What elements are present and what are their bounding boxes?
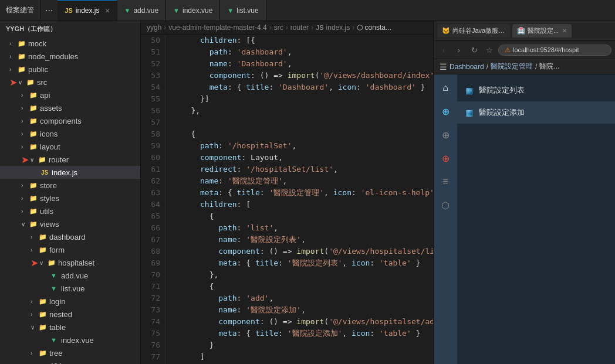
item-label: nested (49, 310, 72, 319)
tree-item-table-index-vue[interactable]: ▼ index.vue (0, 334, 140, 346)
tree-item-index-js[interactable]: JS index.js (0, 166, 140, 179)
url-text: localhost:9528/#/hospit (513, 46, 579, 53)
item-label: store (40, 181, 57, 190)
tree-item-styles[interactable]: › 📁 styles (0, 192, 140, 205)
forward-button[interactable]: › (452, 43, 465, 56)
item-label: mock (28, 39, 46, 48)
folder-icon: 📁 (29, 220, 40, 228)
vue-icon: ▼ (124, 7, 131, 14)
tree-item-api[interactable]: › 📁 api (0, 89, 140, 101)
item-label: styles (40, 194, 59, 203)
tree-item-add-vue[interactable]: ▼ add.vue (0, 269, 140, 282)
tree-item-login[interactable]: › 📁 login (0, 295, 140, 308)
arrow-icon: › (31, 298, 39, 305)
chart-sidebar-icon[interactable]: ⊕ (437, 149, 454, 167)
home-sidebar-icon[interactable]: ⌂ (437, 79, 454, 97)
url-bar[interactable]: ⚠ localhost:9528/#/hospit (498, 45, 611, 56)
arrow-icon: ∨ (31, 324, 39, 331)
menu-label: 醫院設定添加 (479, 107, 525, 118)
tree-item-form[interactable]: › 📁 form (0, 243, 140, 256)
tab-title: 尚硅谷Java微服務+分布式+全棧項目 (452, 26, 505, 35)
folder-icon: 📁 (39, 311, 49, 318)
code-editor[interactable]: children: [{ path: 'dashboard', name: 'D… (165, 35, 433, 364)
arrow-icon: › (31, 311, 39, 318)
item-label: utils (40, 207, 53, 216)
browser-tab-shanguigu[interactable]: 🐱 尚硅谷Java微服務+分布式+全棧項目 (437, 24, 510, 38)
tree-item-node-modules[interactable]: › 📁 node_modules (0, 50, 140, 63)
reload-button[interactable]: ↻ (468, 43, 481, 56)
tree-item-icons[interactable]: › 📁 icons (0, 127, 140, 140)
arrow-icon: › (9, 53, 18, 60)
item-label: node_modules (28, 52, 78, 61)
menu-label: 醫院設定列表 (479, 85, 525, 96)
bookmark-button[interactable]: ☆ (483, 43, 496, 56)
folder-icon: 📁 (26, 79, 37, 86)
menu-icon: ▦ (465, 86, 473, 95)
tree-item-utils[interactable]: › 📁 utils (0, 205, 140, 217)
tree-item-public[interactable]: › 📁 public (0, 63, 140, 76)
tree-item-mock[interactable]: › 📁 mock (0, 37, 140, 50)
more-options-button[interactable]: ··· (40, 5, 58, 16)
folder-icon: 📁 (29, 207, 40, 215)
workspace-label: YYGH（工作區） (6, 25, 56, 33)
arrow-icon: › (21, 92, 29, 98)
tab-favicon: 🐱 (442, 27, 450, 35)
item-label: dashboard (49, 233, 85, 241)
menu-item-hospital-list[interactable]: ▦ 醫院設定列表 (457, 79, 615, 101)
js-icon: JS (65, 7, 72, 14)
tab-list-vue[interactable]: ▼ list.vue (220, 0, 266, 21)
tree-item-table[interactable]: ∨ 📁 table (0, 321, 140, 334)
arrow-icon: › (9, 40, 18, 47)
tree-item-router[interactable]: ➤ ∨ 📁 router (0, 153, 140, 166)
tree-item-404-vue[interactable]: ▼ 404.vue (0, 359, 140, 364)
browser-breadcrumb: ☰ Dashboard / 醫院設定管理 / 醫院... (434, 59, 615, 74)
tree-item-list-vue[interactable]: ▼ list.vue (0, 282, 140, 295)
folder-icon: 📁 (38, 156, 49, 164)
breadcrumb-dashboard[interactable]: Dashboard (450, 63, 484, 71)
tree-item-views[interactable]: ∨ 📁 views (0, 217, 140, 230)
tab-add-vue[interactable]: ▼ add.vue (117, 0, 167, 21)
breadcrumb-hospital-manage[interactable]: 醫院設定管理 (491, 62, 533, 72)
tree-item-nested[interactable]: › 📁 nested (0, 308, 140, 321)
tab-favicon: 🏥 (517, 27, 525, 35)
item-label: api (40, 91, 50, 100)
list-sidebar-icon[interactable]: ≡ (437, 173, 454, 190)
tab-index-js[interactable]: JS index.js ✕ (58, 0, 117, 21)
item-label: public (28, 65, 48, 74)
tree-item-hospitalset[interactable]: ➤ ∨ 📁 hospitalset (0, 256, 140, 269)
tab-index-vue[interactable]: ▼ index.vue (166, 0, 220, 21)
arrow-icon: › (9, 66, 18, 73)
tree-item-assets[interactable]: › 📁 assets (0, 101, 140, 114)
tree-item-components[interactable]: › 📁 components (0, 114, 140, 127)
folder-icon: 📁 (18, 53, 28, 60)
folder-icon: 📁 (39, 349, 49, 357)
tree-item-store[interactable]: › 📁 store (0, 179, 140, 192)
tree-item-src[interactable]: ➤ ∨ 📁 src (0, 76, 140, 89)
external-sidebar-icon[interactable]: ⬡ (437, 196, 454, 214)
gear-sidebar-icon[interactable]: ⊕ (437, 126, 454, 144)
menu-item-hospital-add[interactable]: ▦ 醫院設定添加 (457, 101, 615, 124)
sidebar: YYGH（工作區） › 📁 mock › 📁 node_modules › 📁 … (0, 21, 141, 364)
folder-icon: 📁 (29, 182, 40, 189)
folder-icon: 📁 (39, 233, 49, 241)
folder-icon: 📁 (48, 259, 58, 267)
item-label: index.vue (61, 336, 94, 345)
folder-icon: 📁 (18, 66, 28, 73)
tabs-bar: JS index.js ✕ ▼ add.vue ▼ index.vue ▼ li… (58, 0, 615, 21)
tab-close-button[interactable]: ✕ (105, 8, 110, 14)
code-content[interactable]: 5051525354 5556575859 6061626364 6566676… (141, 35, 433, 364)
arrow-red-icon: ➤ (9, 77, 17, 88)
tree-item-layout[interactable]: › 📁 layout (0, 140, 140, 153)
browser-tab-hospital[interactable]: 🏥 醫院設定... ✕ (512, 24, 572, 38)
arrow-icon: › (21, 208, 29, 215)
vue-icon: ▼ (227, 7, 234, 14)
back-button[interactable]: ‹ (437, 43, 450, 56)
vue-file-icon: ▼ (50, 272, 61, 279)
item-label: layout (40, 142, 60, 151)
security-icon: ⚠ (505, 46, 511, 54)
tree-item-tree[interactable]: › 📁 tree (0, 346, 140, 359)
folder-icon: 📁 (29, 143, 40, 151)
settings-sidebar-icon[interactable]: ⊕ (437, 103, 454, 120)
tree-item-dashboard[interactable]: › 📁 dashboard (0, 230, 140, 243)
tab-close-icon[interactable]: ✕ (562, 28, 567, 34)
